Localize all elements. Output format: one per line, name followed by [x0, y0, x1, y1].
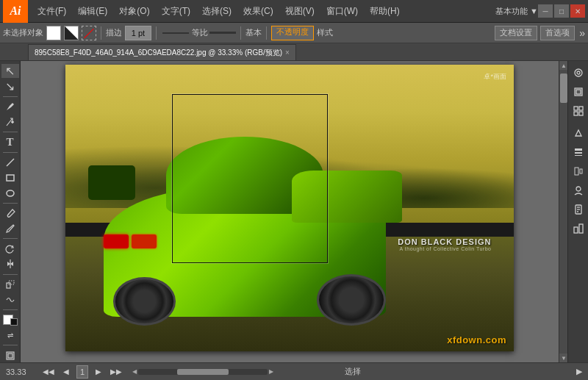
panel-btn-2[interactable]	[570, 83, 587, 101]
svg-rect-21	[575, 152, 582, 154]
left-toolbar: ↖ ↘ T	[0, 61, 21, 362]
tab-bar: 895C58E8_F40D_46A0_914A_6DC9AEDA8C22.jpg…	[0, 43, 588, 61]
tab-close-button[interactable]: ×	[285, 49, 290, 57]
svg-point-13	[577, 71, 580, 74]
menu-help[interactable]: 帮助(H)	[365, 4, 405, 19]
window-controls: ─ □ ✕	[538, 4, 585, 18]
panel-btn-7[interactable]	[570, 182, 587, 199]
more-options-icon[interactable]: »	[579, 27, 585, 39]
rotate-tool[interactable]	[1, 242, 19, 256]
menu-edit[interactable]: 编辑(E)	[73, 4, 112, 19]
car-tail-light-left	[132, 234, 157, 248]
menu-select[interactable]: 选择(S)	[197, 4, 237, 19]
scroll-track[interactable]	[559, 70, 567, 354]
rectangle-tool[interactable]	[1, 171, 19, 184]
pen-tool[interactable]	[1, 100, 19, 114]
line-tool[interactable]	[1, 156, 19, 170]
divider-3	[240, 26, 241, 40]
pencil-tool[interactable]	[1, 222, 19, 236]
warp-tool[interactable]	[1, 293, 19, 306]
scroll-right-button[interactable]: ▶	[269, 368, 273, 375]
panel-btn-6[interactable]	[570, 162, 587, 180]
stroke-line-preview	[162, 32, 189, 34]
fill-color-swatch[interactable]	[46, 26, 61, 40]
car-hood	[292, 171, 401, 222]
svg-rect-18	[574, 112, 578, 115]
first-item-button[interactable]: 首选项	[540, 26, 575, 40]
prev-page-button[interactable]: ◀◀	[41, 368, 56, 376]
zoom-level: 33.33	[6, 368, 35, 376]
add-anchor-tool[interactable]	[1, 115, 19, 129]
stroke-weight-input[interactable]	[125, 26, 151, 40]
h-scroll-thumb[interactable]	[177, 369, 229, 375]
type-tool[interactable]: T	[1, 135, 19, 149]
scroll-thumb[interactable]	[560, 74, 567, 103]
menu-effect[interactable]: 效果(C)	[238, 4, 279, 19]
direct-select-tool[interactable]: ↘	[1, 79, 19, 93]
car-wheel-left	[113, 277, 176, 326]
opacity-label[interactable]: 不透明度	[271, 26, 314, 40]
svg-rect-4	[7, 175, 14, 181]
watermark: 卓*画面	[484, 72, 506, 82]
svg-rect-22	[575, 155, 582, 156]
fill-stroke-indicator[interactable]	[1, 313, 19, 327]
panel-btn-4[interactable]	[570, 124, 587, 142]
panel-btn-5[interactable]	[570, 143, 587, 161]
select-tool[interactable]: ↖	[1, 64, 19, 78]
divider-2	[156, 26, 157, 40]
svg-point-12	[575, 69, 582, 76]
vertical-scrollbar[interactable]: ▲ ▼	[559, 61, 567, 362]
ai-logo: Ai	[3, 0, 28, 23]
none-swatch[interactable]	[82, 26, 96, 40]
tool-separator-6	[3, 274, 18, 275]
svg-point-5	[7, 190, 14, 196]
svg-rect-16	[574, 107, 578, 110]
menu-text[interactable]: 文字(T)	[157, 4, 196, 19]
menu-view[interactable]: 视图(V)	[280, 4, 320, 19]
car-wheel-right	[317, 274, 386, 326]
menu-window[interactable]: 窗口(W)	[321, 4, 363, 19]
forward-page-button[interactable]: ▶	[94, 368, 103, 376]
control-bar: 未选择对象 描边 等比 基本 不透明度 样式 文档设置 首选项 »	[0, 23, 588, 43]
document-canvas: DON BLACK DESIGN A thought of Collective…	[65, 65, 514, 351]
doc-settings-button[interactable]: 文档设置	[495, 26, 537, 40]
svg-rect-8	[7, 283, 10, 288]
panel-btn-3[interactable]	[570, 102, 587, 120]
scale-tool[interactable]	[1, 278, 19, 292]
canvas-area: DON BLACK DESIGN A thought of Collective…	[21, 61, 559, 362]
last-page-button[interactable]: ▶▶	[109, 368, 123, 376]
panel-btn-8[interactable]	[570, 201, 587, 218]
car-text-overlay: DON BLACK DESIGN A thought of Collective…	[398, 237, 491, 251]
menu-file[interactable]: 文件(F)	[32, 4, 71, 19]
basic-function-dropdown[interactable]: 基本功能 ▼	[495, 6, 538, 17]
svg-point-25	[576, 187, 581, 191]
horizontal-scrollbar[interactable]: ◀ ▶	[132, 368, 273, 376]
h-scroll-track[interactable]	[138, 369, 268, 375]
scroll-left-button[interactable]: ◀	[132, 368, 137, 375]
back-page-button[interactable]: ◀	[62, 368, 71, 376]
menu-object[interactable]: 对象(O)	[114, 4, 154, 19]
svg-rect-24	[580, 169, 582, 173]
tool-separator-3	[3, 152, 18, 153]
main-area: ↖ ↘ T	[0, 61, 588, 362]
page-number[interactable]: 1	[76, 365, 88, 379]
maximize-button[interactable]: □	[554, 4, 569, 18]
document-tab[interactable]: 895C58E8_F40D_46A0_914A_6DC9AEDA8C22.jpg…	[28, 44, 296, 60]
status-right: ▶	[576, 367, 582, 376]
paintbrush-tool[interactable]	[1, 207, 19, 221]
ellipse-tool[interactable]	[1, 186, 19, 200]
stroke-color-swatch[interactable]	[64, 26, 79, 40]
minimize-button[interactable]: ─	[538, 4, 553, 18]
svg-line-3	[7, 159, 14, 166]
close-button[interactable]: ✕	[570, 4, 585, 18]
panel-btn-1[interactable]	[570, 64, 587, 82]
screen-mode-button[interactable]	[1, 348, 19, 362]
car-body	[88, 145, 402, 317]
swap-colors-icon[interactable]: ⇌	[1, 329, 19, 343]
reflect-tool[interactable]	[1, 257, 19, 271]
car-tail-light-right	[104, 234, 129, 248]
svg-rect-15	[576, 90, 581, 94]
panel-btn-9[interactable]	[570, 220, 587, 237]
divider-1	[101, 26, 101, 40]
divider-4	[266, 26, 267, 40]
